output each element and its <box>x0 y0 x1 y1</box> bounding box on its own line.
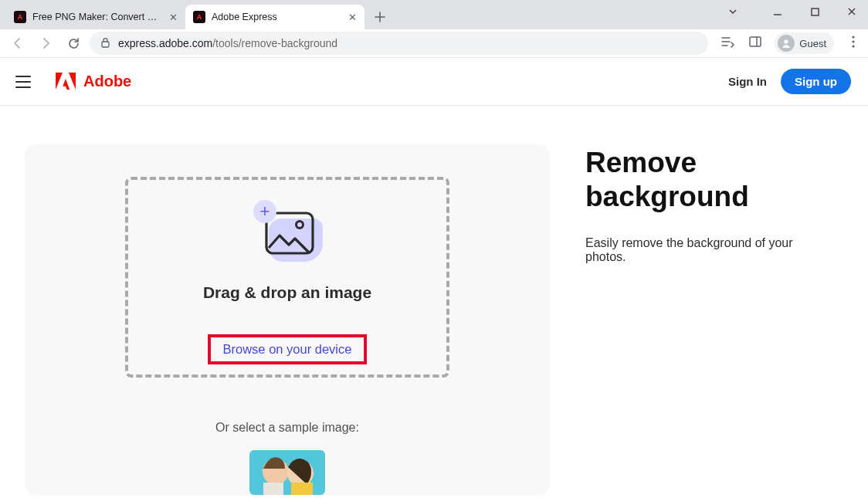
side-panel-icon[interactable] <box>747 36 764 50</box>
upload-illustration: + <box>252 203 323 263</box>
url-host: express.adobe.com <box>118 37 212 49</box>
browse-device-button[interactable]: Browse on your device <box>208 334 368 364</box>
page-content: + Drag & drop an image Browse on your de… <box>0 106 868 495</box>
profile-label: Guest <box>799 38 826 49</box>
avatar-icon <box>778 35 795 52</box>
svg-rect-2 <box>750 37 761 46</box>
hero-column: Remove background Easily remove the back… <box>585 144 832 495</box>
close-icon[interactable]: ✕ <box>346 11 358 23</box>
favicon-adobe-icon: A <box>193 11 205 23</box>
reload-icon[interactable] <box>62 32 85 55</box>
site-header: Adobe Sign In Sign up <box>0 58 868 106</box>
minimize-icon[interactable] <box>766 6 789 19</box>
nav-forward-icon[interactable] <box>34 32 57 55</box>
maximize-icon[interactable] <box>803 6 826 19</box>
svg-rect-14 <box>263 483 283 495</box>
favicon-adobe-icon: A <box>14 11 26 23</box>
browser-chrome: A Free PNG Maker: Convert a JPG ✕ A Adob… <box>0 0 868 58</box>
svg-point-4 <box>785 39 788 43</box>
address-row: express.adobe.com/tools/remove-backgroun… <box>0 29 868 58</box>
brand-name: Adobe <box>83 73 131 90</box>
svg-point-6 <box>852 40 854 42</box>
address-bar[interactable]: express.adobe.com/tools/remove-backgroun… <box>90 32 708 55</box>
adobe-logo-icon <box>56 73 76 91</box>
sample-label: Or select a sample image: <box>215 421 359 435</box>
tab-title: Free PNG Maker: Convert a JPG <box>32 12 161 22</box>
toolbar-right: Guest <box>719 32 862 54</box>
new-tab-button[interactable] <box>369 6 391 28</box>
browse-link-label: Browse on your device <box>223 342 352 356</box>
drop-zone[interactable]: + Drag & drop an image Browse on your de… <box>125 177 449 378</box>
menu-icon[interactable] <box>12 71 34 93</box>
svg-rect-13 <box>291 483 313 495</box>
upload-card: + Drag & drop an image Browse on your de… <box>25 144 550 495</box>
brand[interactable]: Adobe <box>56 73 131 91</box>
svg-rect-1 <box>102 42 109 47</box>
profile-chip[interactable]: Guest <box>775 32 834 54</box>
svg-point-7 <box>852 45 854 47</box>
sample-image-1[interactable] <box>249 450 325 495</box>
sign-in-link[interactable]: Sign In <box>728 75 767 88</box>
url-path: /tools/remove-background <box>212 37 337 49</box>
tab-title: Adobe Express <box>212 12 340 22</box>
kebab-menu-icon[interactable] <box>845 36 862 51</box>
close-icon[interactable]: ✕ <box>167 11 179 23</box>
window-controls <box>721 6 863 19</box>
plus-icon: + <box>253 200 276 223</box>
url-text: express.adobe.com/tools/remove-backgroun… <box>118 37 337 49</box>
page-title: Remove background <box>585 146 832 213</box>
page-subtitle: Easily remove the background of your pho… <box>585 236 832 264</box>
lock-icon <box>100 37 110 50</box>
svg-point-5 <box>852 36 854 38</box>
svg-rect-0 <box>812 8 819 15</box>
browser-tab-1[interactable]: A Adobe Express ✕ <box>185 5 364 29</box>
reading-list-icon[interactable] <box>719 36 736 51</box>
tab-strip: A Free PNG Maker: Convert a JPG ✕ A Adob… <box>0 0 868 29</box>
drop-title: Drag & drop an image <box>203 283 371 302</box>
window-close-icon[interactable] <box>840 6 863 19</box>
browser-tab-0[interactable]: A Free PNG Maker: Convert a JPG ✕ <box>6 5 185 29</box>
tab-search-icon[interactable] <box>721 6 744 19</box>
svg-point-9 <box>297 222 303 229</box>
nav-back-icon[interactable] <box>6 32 29 55</box>
sign-up-button[interactable]: Sign up <box>781 69 851 94</box>
